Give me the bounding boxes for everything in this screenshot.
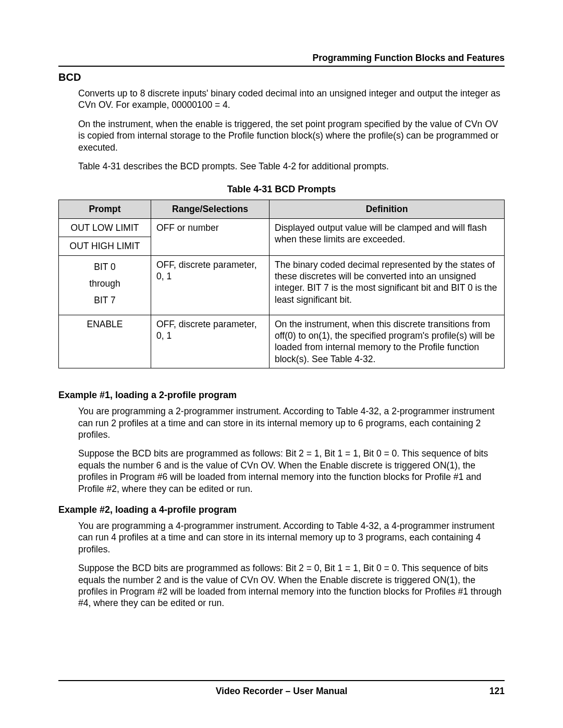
example2-heading: Example #2, loading a 4-profile program xyxy=(58,504,505,516)
bit-label: BIT 7 xyxy=(64,294,145,306)
paragraph: Table 4-31 describes the BCD prompts. Se… xyxy=(78,161,505,172)
col-header-prompt: Prompt xyxy=(59,200,151,218)
bcd-prompts-table: Prompt Range/Selections Definition OUT L… xyxy=(58,200,505,368)
footer-title: Video Recorder – User Manual xyxy=(58,685,505,697)
cell-definition: On the instrument, when this discrete tr… xyxy=(270,315,505,368)
table-row: ENABLE OFF, discrete parameter, 0, 1 On … xyxy=(59,315,505,368)
page: Programming Function Blocks and Features… xyxy=(0,0,563,728)
cell-range: OFF, discrete parameter, 0, 1 xyxy=(151,255,270,315)
paragraph: You are programming a 2-programmer instr… xyxy=(78,405,505,440)
example1-heading: Example #1, loading a 2-profile program xyxy=(58,389,505,401)
col-header-range: Range/Selections xyxy=(151,200,270,218)
page-footer: Video Recorder – User Manual 121 xyxy=(58,680,505,697)
bit-label: BIT 0 xyxy=(64,261,145,273)
col-header-definition: Definition xyxy=(270,200,505,218)
paragraph: Converts up to 8 discrete inputs' binary… xyxy=(78,88,505,111)
footer-rule xyxy=(58,680,505,681)
section-title-bcd: BCD xyxy=(58,71,505,84)
table-header-row: Prompt Range/Selections Definition xyxy=(59,200,505,218)
bit-label: through xyxy=(64,278,145,289)
cell-range: OFF, discrete parameter, 0, 1 xyxy=(151,315,270,368)
table-row: BIT 0 through BIT 7 OFF, discrete parame… xyxy=(59,255,505,315)
cell-prompt-bits: BIT 0 through BIT 7 xyxy=(59,255,151,315)
cell-range: OFF or number xyxy=(151,218,270,255)
running-head: Programming Function Blocks and Features xyxy=(58,52,505,64)
cell-prompt: OUT HIGH LIMIT xyxy=(59,237,151,255)
cell-prompt: OUT LOW LIMIT xyxy=(59,218,151,237)
paragraph: Suppose the BCD bits are programmed as f… xyxy=(78,562,505,609)
top-rule xyxy=(58,66,505,67)
paragraph: You are programming a 4-programmer instr… xyxy=(78,520,505,555)
paragraph: On the instrument, when the enable is tr… xyxy=(78,118,505,153)
cell-definition: Displayed output value will be clamped a… xyxy=(270,218,505,255)
paragraph: Suppose the BCD bits are programmed as f… xyxy=(78,448,505,495)
cell-definition: The binary coded decimal represented by … xyxy=(270,255,505,315)
table-row: OUT LOW LIMIT OFF or number Displayed ou… xyxy=(59,218,505,237)
table-caption: Table 4-31 BCD Prompts xyxy=(58,183,505,195)
cell-prompt: ENABLE xyxy=(59,315,151,368)
